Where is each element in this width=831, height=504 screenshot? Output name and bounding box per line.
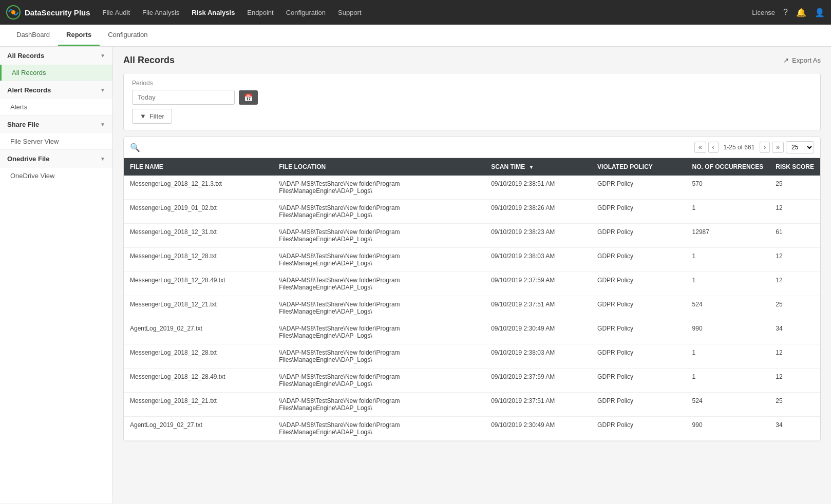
cell-occurrences: 524 xyxy=(686,296,770,320)
nav-right: License ? 🔔 👤 xyxy=(752,8,825,17)
filter-area: Periods 📅 ▼ Filter xyxy=(123,73,821,130)
sidebar-section-share-file: Share File ▼ File Server View xyxy=(0,115,112,150)
filter-button[interactable]: ▼ Filter xyxy=(132,109,172,124)
cell-filename: MessengerLog_2018_12_28.49.txt xyxy=(124,369,273,393)
sidebar-section-onedrive-file-header[interactable]: Onedrive File ▼ xyxy=(0,150,112,168)
calendar-button[interactable]: 📅 xyxy=(239,90,258,105)
help-icon[interactable]: ? xyxy=(783,8,788,17)
sidebar-section-share-file-label: Share File xyxy=(7,121,39,128)
cell-location: \\ADAP-MS8\TestShare\New folder\Program … xyxy=(273,200,485,224)
sidebar-section-alert-records: Alert Records ▼ Alerts xyxy=(0,81,112,115)
brand-name: DataSecurity Plus xyxy=(25,8,90,17)
records-table: FILE NAME FILE LOCATION SCAN TIME ▼ VIOL… xyxy=(124,158,820,441)
cell-scan-time: 09/10/2019 2:37:59 AM xyxy=(485,369,591,393)
last-page-button[interactable]: » xyxy=(772,142,784,153)
sidebar-item-file-server-view[interactable]: File Server View xyxy=(0,133,112,149)
col-header-file-location: FILE LOCATION xyxy=(273,158,485,176)
search-icon[interactable]: 🔍 xyxy=(130,143,140,152)
tab-reports[interactable]: Reports xyxy=(58,25,100,46)
sidebar-section-alert-records-header[interactable]: Alert Records ▼ xyxy=(0,81,112,99)
filter-icon: ▼ xyxy=(140,112,146,120)
table-row[interactable]: MessengerLog_2018_12_28.49.txt \\ADAP-MS… xyxy=(124,369,820,393)
cell-filename: MessengerLog_2018_12_28.txt xyxy=(124,248,273,272)
cell-risk-score: 25 xyxy=(769,176,820,200)
nav-configuration[interactable]: Configuration xyxy=(286,7,326,18)
page-size-select[interactable]: 25 50 100 xyxy=(786,141,814,153)
table-row[interactable]: MessengerLog_2018_12_21.txt \\ADAP-MS8\T… xyxy=(124,296,820,320)
chevron-down-icon: ▼ xyxy=(100,87,105,93)
cell-occurrences: 1 xyxy=(686,248,770,272)
table-row[interactable]: MessengerLog_2018_12_31.txt \\ADAP-MS8\T… xyxy=(124,224,820,248)
sidebar-section-all-records-header[interactable]: All Records ▼ xyxy=(0,47,112,65)
chevron-down-icon: ▼ xyxy=(100,122,105,127)
table-row[interactable]: AgentLog_2019_02_27.txt \\ADAP-MS8\TestS… xyxy=(124,417,820,441)
periods-label: Periods xyxy=(132,80,812,87)
cell-risk-score: 12 xyxy=(769,344,820,369)
sidebar-item-onedrive-view[interactable]: OneDrive View xyxy=(0,168,112,184)
cell-filename: MessengerLog_2019_01_02.txt xyxy=(124,200,273,224)
cell-occurrences: 990 xyxy=(686,417,770,441)
first-page-button[interactable]: « xyxy=(694,142,706,153)
cell-risk-score: 12 xyxy=(769,272,820,296)
bell-icon[interactable]: 🔔 xyxy=(796,8,806,17)
export-button[interactable]: ↗ Export As xyxy=(783,56,821,64)
table-body: MessengerLog_2018_12_21.3.txt \\ADAP-MS8… xyxy=(124,176,820,441)
nav-support[interactable]: Support xyxy=(338,7,362,18)
table-row[interactable]: MessengerLog_2018_12_21.txt \\ADAP-MS8\T… xyxy=(124,393,820,417)
tab-configuration[interactable]: Configuration xyxy=(100,25,156,46)
cell-location: \\ADAP-MS8\TestShare\New folder\Program … xyxy=(273,393,485,417)
cell-scan-time: 09/10/2019 2:30:49 AM xyxy=(485,417,591,441)
cell-filename: MessengerLog_2018_12_21.3.txt xyxy=(124,176,273,200)
nav-risk-analysis[interactable]: Risk Analysis xyxy=(192,7,235,18)
cell-violated-policy: GDPR Policy xyxy=(591,248,686,272)
table-row[interactable]: MessengerLog_2018_12_28.49.txt \\ADAP-MS… xyxy=(124,272,820,296)
user-icon[interactable]: 👤 xyxy=(815,8,825,17)
main-content: All Records ↗ Export As Periods 📅 ▼ Filt… xyxy=(113,47,831,503)
col-header-occurrences: NO. OF OCCURRENCES xyxy=(686,158,770,176)
cell-violated-policy: GDPR Policy xyxy=(591,176,686,200)
sidebar-section-onedrive-file-label: Onedrive File xyxy=(7,155,49,163)
search-wrap: 🔍 xyxy=(130,143,140,152)
license-button[interactable]: License xyxy=(752,9,775,16)
sidebar-item-alerts[interactable]: Alerts xyxy=(0,99,112,115)
sidebar: All Records ▼ All Records Alert Records … xyxy=(0,47,113,503)
col-header-scan-time[interactable]: SCAN TIME ▼ xyxy=(485,158,591,176)
nav-endpoint[interactable]: Endpoint xyxy=(247,7,273,18)
cell-violated-policy: GDPR Policy xyxy=(591,224,686,248)
sidebar-item-all-records[interactable]: All Records xyxy=(0,65,112,81)
sub-navigation: DashBoard Reports Configuration xyxy=(0,25,831,47)
cell-violated-policy: GDPR Policy xyxy=(591,417,686,441)
cell-location: \\ADAP-MS8\TestShare\New folder\Program … xyxy=(273,320,485,344)
nav-file-analysis[interactable]: File Analysis xyxy=(142,7,179,18)
cell-occurrences: 570 xyxy=(686,176,770,200)
sidebar-section-share-file-header[interactable]: Share File ▼ xyxy=(0,115,112,133)
cell-occurrences: 1 xyxy=(686,344,770,369)
cell-violated-policy: GDPR Policy xyxy=(591,320,686,344)
table-row[interactable]: MessengerLog_2018_12_21.3.txt \\ADAP-MS8… xyxy=(124,176,820,200)
cell-filename: MessengerLog_2018_12_21.txt xyxy=(124,393,273,417)
table-row[interactable]: AgentLog_2019_02_27.txt \\ADAP-MS8\TestS… xyxy=(124,320,820,344)
top-navigation: DataSecurity Plus File Audit File Analys… xyxy=(0,0,831,25)
cell-violated-policy: GDPR Policy xyxy=(591,344,686,369)
cell-scan-time: 09/10/2019 2:38:26 AM xyxy=(485,200,591,224)
table-toolbar: 🔍 « ‹ 1-25 of 661 › » 25 50 100 xyxy=(124,137,820,158)
table-row[interactable]: MessengerLog_2018_12_28.txt \\ADAP-MS8\T… xyxy=(124,248,820,272)
cell-risk-score: 61 xyxy=(769,224,820,248)
tab-dashboard[interactable]: DashBoard xyxy=(8,25,58,46)
cell-risk-score: 34 xyxy=(769,320,820,344)
page-title: All Records xyxy=(123,55,175,66)
nav-file-audit[interactable]: File Audit xyxy=(103,7,130,18)
export-icon: ↗ xyxy=(783,56,789,64)
page-count: 1-25 of 661 xyxy=(724,144,755,151)
next-page-button[interactable]: › xyxy=(760,142,770,153)
cell-occurrences: 1 xyxy=(686,272,770,296)
cell-scan-time: 09/10/2019 2:38:23 AM xyxy=(485,224,591,248)
prev-page-button[interactable]: ‹ xyxy=(708,142,719,153)
cell-occurrences: 524 xyxy=(686,393,770,417)
table-row[interactable]: MessengerLog_2019_01_02.txt \\ADAP-MS8\T… xyxy=(124,200,820,224)
table-row[interactable]: MessengerLog_2018_12_28.txt \\ADAP-MS8\T… xyxy=(124,344,820,369)
cell-scan-time: 09/10/2019 2:38:03 AM xyxy=(485,344,591,369)
period-input[interactable] xyxy=(132,90,235,105)
cell-scan-time: 09/10/2019 2:38:51 AM xyxy=(485,176,591,200)
cell-filename: AgentLog_2019_02_27.txt xyxy=(124,417,273,441)
